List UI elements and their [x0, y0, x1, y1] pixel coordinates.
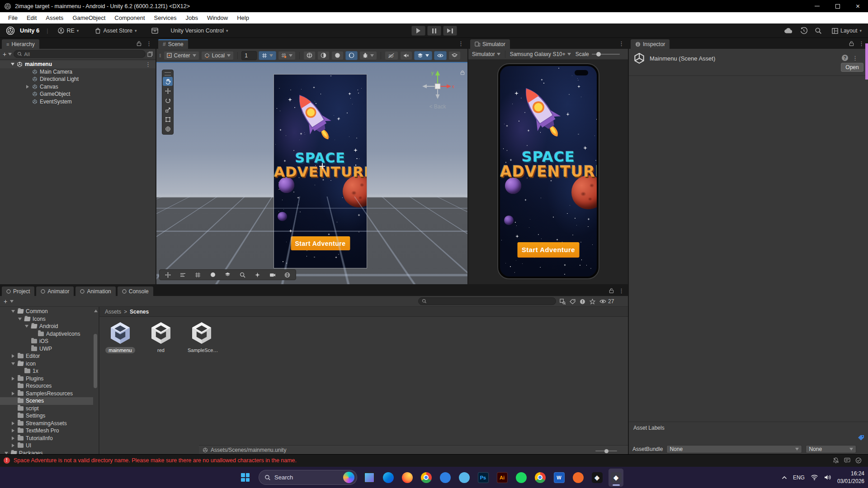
folder-tree-item[interactable]: AdaptiveIcons: [0, 330, 93, 338]
assetbundle-dropdown[interactable]: None: [666, 445, 802, 453]
folder-tree-item[interactable]: Common: [0, 308, 93, 315]
asset-item[interactable]: SampleSce…: [184, 320, 219, 353]
create-dropdown-icon[interactable]: [10, 300, 14, 303]
folder-tree-item[interactable]: iOS: [0, 338, 93, 345]
bottom-dock-tab[interactable]: Animator: [36, 286, 74, 296]
asset-item[interactable]: red: [144, 320, 178, 353]
hand-tool[interactable]: [163, 77, 173, 86]
lock-icon[interactable]: [609, 288, 614, 293]
gizmo-back-label[interactable]: < Back: [429, 103, 446, 110]
device-dropdown[interactable]: Samsung Galaxy S10+: [510, 51, 571, 57]
transform-tool[interactable]: [163, 124, 173, 133]
rect-tool[interactable]: [163, 115, 173, 124]
menu-item[interactable]: Assets: [41, 14, 68, 21]
palette-drag-handle[interactable]: [165, 72, 171, 75]
align-overlay-icon[interactable]: [176, 270, 190, 279]
panel-menu-kebab[interactable]: ⋮: [146, 40, 152, 47]
wifi-icon[interactable]: [811, 474, 818, 480]
folder-tree-item[interactable]: StreamingAssets: [0, 420, 93, 427]
scene-canvas-game-preview[interactable]: SPACE ADVENTURE Start Adventure: [274, 75, 367, 268]
asset-store-dropdown[interactable]: Asset Store▾: [92, 26, 139, 35]
layers-overlay-icon[interactable]: [221, 270, 235, 279]
lighting-toggle[interactable]: [331, 51, 344, 60]
scene-visibility-toggle[interactable]: [434, 51, 447, 60]
tab-hierarchy[interactable]: ≡ Hierarchy: [2, 39, 39, 49]
pin-search-icon[interactable]: [147, 52, 153, 57]
step-button[interactable]: [443, 26, 457, 36]
taskbar-app-photos[interactable]: [457, 469, 472, 487]
move-tool[interactable]: [163, 86, 173, 95]
console-messages-icon[interactable]: [844, 458, 850, 463]
taskbar-app-microsoft-store[interactable]: [438, 469, 453, 487]
pause-button[interactable]: [427, 26, 441, 36]
create-asset-button[interactable]: +: [4, 298, 7, 305]
start-adventure-button[interactable]: Start Adventure: [291, 236, 350, 251]
taskbar-app-firefox[interactable]: [400, 469, 415, 487]
folder-tree-item[interactable]: 1x: [0, 367, 93, 375]
taskbar-search[interactable]: Search: [259, 470, 357, 485]
menu-item[interactable]: Help: [232, 14, 254, 21]
effects-dropdown[interactable]: [414, 51, 432, 60]
pivot-mode-dropdown[interactable]: Center: [164, 51, 199, 60]
toolbar-drag-handle[interactable]: ‖: [159, 53, 162, 58]
add-gameobject-button[interactable]: +: [3, 51, 6, 58]
thumbnail-zoom-slider[interactable]: [595, 450, 617, 451]
taskbar-app-illustrator[interactable]: Ai: [495, 469, 509, 487]
play-button[interactable]: [411, 26, 425, 36]
orientation-gizmo[interactable]: y x < Back: [420, 68, 455, 112]
tab-scene[interactable]: # Scene: [158, 39, 188, 49]
archive-icon[interactable]: [149, 26, 161, 35]
hierarchy-item[interactable]: EventSystem: [0, 98, 156, 106]
taskbar-app-edge[interactable]: [381, 469, 396, 487]
lock-icon[interactable]: [849, 41, 854, 46]
hierarchy-item[interactable]: Directional Light: [0, 75, 156, 83]
taskbar-app-unity-hub[interactable]: ◆: [590, 469, 604, 487]
tree-scrollbar[interactable]: [93, 309, 98, 454]
scale-slider[interactable]: [592, 54, 620, 55]
minimize-button[interactable]: [807, 0, 827, 12]
start-button[interactable]: [241, 473, 250, 482]
mute-notifications-icon[interactable]: [833, 457, 839, 464]
pan-overlay-icon[interactable]: [250, 270, 264, 279]
account-dropdown[interactable]: RE▾: [55, 26, 81, 35]
hidden-count-toggle[interactable]: 27: [599, 298, 614, 305]
hierarchy-search-input[interactable]: All: [14, 50, 146, 58]
shaded-wire-button[interactable]: [317, 51, 330, 60]
asset-menu-kebab[interactable]: ⋮: [852, 55, 858, 61]
camera-overlay-button[interactable]: [448, 51, 461, 60]
folder-tree-item[interactable]: Editor: [0, 352, 93, 360]
folder-tree-item[interactable]: TutorialInfo: [0, 435, 93, 442]
breadcrumb-root[interactable]: Assets: [105, 309, 121, 315]
add-dropdown-icon[interactable]: [8, 53, 12, 56]
folder-tree-item[interactable]: TextMesh Pro: [0, 427, 93, 435]
taskbar-app-chrome[interactable]: [419, 469, 434, 487]
hierarchy-item[interactable]: Main Camera: [0, 68, 156, 76]
menu-item[interactable]: Services: [150, 14, 181, 21]
debug-dropdown[interactable]: [359, 51, 377, 60]
taskbar-app-task-view[interactable]: [362, 469, 377, 487]
search-icon[interactable]: [815, 27, 822, 34]
search-by-type-icon[interactable]: [560, 299, 566, 305]
language-indicator[interactable]: ENG: [793, 474, 805, 481]
asset-item[interactable]: mainmenu: [103, 320, 137, 353]
start-adventure-button[interactable]: Start Adventure: [518, 242, 580, 258]
folder-tree-item[interactable]: UI: [0, 442, 93, 450]
panel-menu-kebab[interactable]: ⋮: [618, 40, 624, 47]
label-tag-icon[interactable]: [858, 435, 864, 441]
bottom-dock-tab[interactable]: Console: [118, 286, 153, 296]
audio-mute-toggle[interactable]: [400, 51, 412, 60]
taskbar-app-photoshop[interactable]: Ps: [476, 469, 491, 487]
folder-tree-item[interactable]: script: [0, 405, 93, 413]
gizmo-lock-icon[interactable]: [460, 70, 465, 75]
taskbar-app-orange-app[interactable]: [571, 469, 585, 487]
search-by-label-icon[interactable]: [570, 299, 576, 304]
clock[interactable]: 16:24 03/01/2026: [837, 470, 864, 484]
grid-size-field[interactable]: 1: [241, 51, 257, 60]
taskbar-app-spotify[interactable]: [514, 469, 528, 487]
folder-tree-item[interactable]: icon: [0, 360, 93, 368]
volume-icon[interactable]: [824, 474, 831, 480]
panel-menu-kebab[interactable]: ⋮: [618, 287, 624, 294]
hierarchy-item[interactable]: GameObject: [0, 90, 156, 98]
maximize-button[interactable]: [827, 0, 848, 12]
menu-item[interactable]: Edit: [22, 14, 41, 21]
